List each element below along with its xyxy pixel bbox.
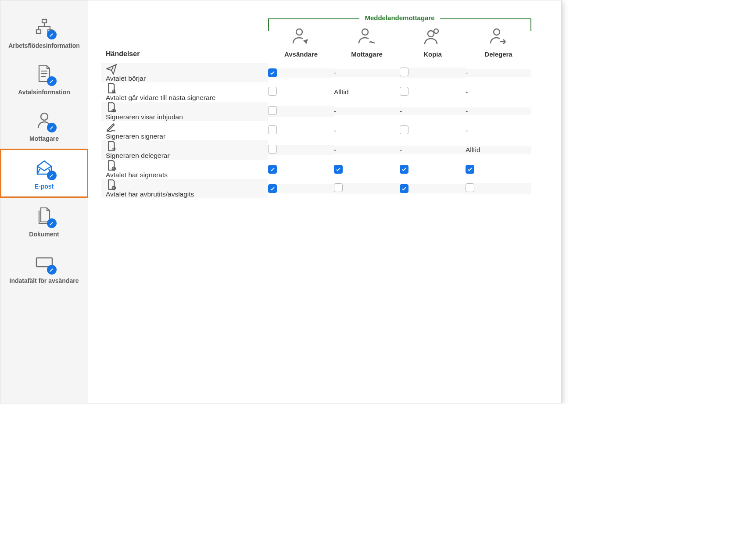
event-cell: Signeraren visar inbjudan bbox=[101, 102, 268, 121]
doc-arrow-icon bbox=[106, 140, 117, 152]
checkbox[interactable] bbox=[268, 145, 277, 153]
dash-text: - bbox=[466, 107, 468, 115]
event-label: Signeraren signerar bbox=[106, 132, 165, 140]
checkbox[interactable] bbox=[268, 165, 277, 174]
main-content: MeddelandemottagareHändelser Avsändare M… bbox=[88, 0, 561, 403]
checkbox[interactable] bbox=[400, 125, 408, 134]
event-label: Avtalet går vidare till nästa signerare bbox=[106, 94, 215, 101]
sidebar-item-workflow-info[interactable]: Arbetsflödesinformation bbox=[0, 9, 88, 56]
sidebar-item-recipients[interactable]: Mottagare bbox=[0, 102, 88, 149]
sidebar-item-agreement-info[interactable]: Avtalsinformation bbox=[0, 56, 88, 102]
sidebar-item-email[interactable]: E-post bbox=[0, 149, 88, 198]
value-cell: - bbox=[334, 127, 400, 135]
events-column-heading: Händelser bbox=[101, 50, 268, 63]
value-cell bbox=[400, 184, 466, 193]
checkbox[interactable] bbox=[268, 68, 277, 77]
dash-text: - bbox=[334, 69, 336, 76]
sender-input-fields-icon bbox=[33, 251, 56, 274]
always-text: Alltid bbox=[466, 146, 480, 153]
email-icon bbox=[33, 157, 56, 179]
doc-check-icon bbox=[106, 160, 117, 171]
event-cell: Signeraren signerar bbox=[101, 121, 268, 140]
checkbox[interactable] bbox=[400, 68, 408, 76]
sidebar-item-sender-input-fields[interactable]: Indatafält för avsändare bbox=[0, 244, 88, 291]
checkbox[interactable] bbox=[466, 183, 474, 192]
edit-badge-icon bbox=[47, 265, 57, 275]
checkbox[interactable] bbox=[466, 165, 474, 174]
sidebar-item-label: Avtalsinformation bbox=[18, 89, 70, 96]
event-label: Avtalet har signerats bbox=[106, 171, 168, 178]
value-cell bbox=[268, 106, 334, 117]
app-frame: Arbetsflödesinformation Avtalsinformatio… bbox=[0, 0, 562, 403]
value-cell bbox=[268, 87, 334, 97]
value-cell bbox=[334, 183, 400, 194]
checkbox[interactable] bbox=[400, 184, 408, 193]
value-cell: - bbox=[400, 107, 466, 115]
value-cell: - bbox=[334, 146, 400, 154]
event-cell: Avtalet går vidare till nästa signerare bbox=[101, 82, 268, 102]
paper-plane-icon bbox=[106, 63, 117, 75]
recipient-group-heading: Meddelandemottagare bbox=[268, 18, 531, 31]
notifications-grid: MeddelandemottagareHändelser Avsändare M… bbox=[101, 18, 548, 198]
dash-text: - bbox=[400, 146, 402, 153]
value-cell: - bbox=[400, 146, 466, 154]
edit-badge-icon bbox=[47, 123, 57, 132]
edit-badge-icon bbox=[47, 30, 57, 39]
value-cell: - bbox=[466, 69, 531, 77]
checkbox[interactable] bbox=[400, 87, 408, 96]
event-label: Signeraren delegerar bbox=[106, 152, 170, 159]
checkbox[interactable] bbox=[400, 165, 408, 174]
svg-rect-0 bbox=[42, 19, 47, 23]
svg-point-3 bbox=[41, 113, 48, 120]
sidebar-item-label: Mottagare bbox=[29, 135, 59, 142]
column-label: Avsändare bbox=[284, 50, 318, 58]
sidebar-item-label: Dokument bbox=[29, 231, 59, 238]
always-text: Alltid bbox=[334, 88, 349, 96]
svg-point-7 bbox=[428, 31, 434, 37]
value-cell: Alltid bbox=[466, 146, 531, 154]
checkbox[interactable] bbox=[334, 183, 343, 192]
svg-point-12 bbox=[113, 111, 114, 111]
value-cell: - bbox=[466, 127, 531, 135]
value-cell: - bbox=[334, 107, 400, 115]
dash-text: - bbox=[334, 107, 336, 115]
checkbox[interactable] bbox=[268, 106, 277, 115]
checkbox[interactable] bbox=[268, 87, 277, 96]
value-cell bbox=[268, 184, 334, 193]
value-cell bbox=[268, 145, 334, 155]
value-cell: - bbox=[334, 69, 400, 77]
doc-person-icon bbox=[106, 82, 117, 94]
sidebar-item-documents[interactable]: Dokument bbox=[0, 198, 88, 244]
event-cell: Avtalet har avbrutits/avslagits bbox=[101, 179, 268, 198]
checkbox[interactable] bbox=[334, 165, 343, 174]
value-cell: - bbox=[466, 88, 531, 96]
dash-text: - bbox=[334, 146, 336, 153]
column-label: Delegera bbox=[484, 50, 512, 58]
event-label: Avtalet börjar bbox=[106, 75, 146, 82]
dash-text: - bbox=[334, 127, 336, 134]
dash-text: - bbox=[466, 88, 468, 96]
value-cell bbox=[400, 165, 466, 174]
event-cell: Avtalet börjar bbox=[101, 63, 268, 82]
value-cell bbox=[400, 68, 466, 78]
value-cell bbox=[466, 183, 531, 194]
dash-text: - bbox=[466, 127, 468, 134]
agreement-info-icon bbox=[33, 62, 56, 85]
checkbox[interactable] bbox=[268, 125, 277, 134]
dash-text: - bbox=[400, 107, 402, 115]
value-cell bbox=[334, 165, 400, 174]
value-cell bbox=[400, 87, 466, 97]
sidebar-item-label: E-post bbox=[35, 183, 54, 190]
column-label: Kopia bbox=[423, 50, 442, 58]
svg-rect-1 bbox=[36, 30, 41, 33]
value-cell bbox=[400, 125, 466, 136]
event-cell: Avtalet har signerats bbox=[101, 160, 268, 179]
edit-badge-icon bbox=[47, 76, 57, 86]
doc-minus-icon bbox=[106, 179, 117, 190]
event-label: Avtalet har avbrutits/avslagits bbox=[106, 190, 194, 198]
value-cell bbox=[466, 165, 531, 174]
value-cell: - bbox=[466, 107, 531, 115]
checkbox[interactable] bbox=[268, 184, 277, 193]
value-cell bbox=[268, 125, 334, 136]
event-label: Signeraren visar inbjudan bbox=[106, 113, 183, 121]
